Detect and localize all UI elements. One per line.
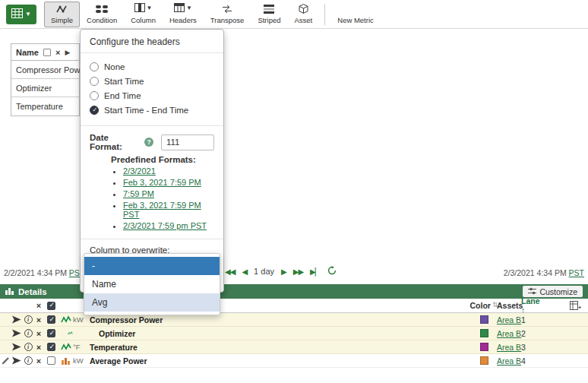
histogram-icon bbox=[58, 356, 73, 365]
step-back-icon[interactable]: ◀ bbox=[242, 267, 247, 276]
info-icon[interactable]: i bbox=[23, 329, 33, 337]
date-format-input[interactable] bbox=[161, 135, 214, 150]
step-back-full-icon[interactable]: ◀◀ bbox=[225, 267, 235, 276]
color-swatch[interactable] bbox=[471, 315, 497, 324]
color-swatch[interactable] bbox=[471, 329, 497, 337]
toolbar-button-condition[interactable]: Condition bbox=[80, 2, 124, 27]
select-all-checkbox[interactable] bbox=[44, 302, 58, 310]
radio-label: End Time bbox=[104, 91, 141, 100]
table-view-button[interactable]: ▼ bbox=[6, 5, 36, 24]
radio-icon[interactable] bbox=[90, 91, 99, 100]
asset-link[interactable]: Area B bbox=[497, 356, 521, 366]
color-column-header[interactable]: Color⇅ bbox=[471, 301, 497, 310]
radio-option-end-time[interactable]: End Time bbox=[90, 91, 214, 100]
info-icon[interactable]: i bbox=[23, 356, 33, 365]
row-checkbox[interactable] bbox=[44, 343, 58, 351]
option-avg[interactable]: Avg bbox=[84, 293, 220, 312]
step-to-end-icon[interactable]: ▶▏ bbox=[310, 267, 320, 276]
toolbar-button-transpose[interactable]: Transpose bbox=[204, 2, 251, 27]
color-swatch[interactable] bbox=[471, 343, 497, 351]
radio-icon[interactable] bbox=[90, 77, 99, 86]
timezone-link[interactable]: PST bbox=[569, 268, 584, 277]
navigate-icon[interactable] bbox=[11, 315, 23, 324]
toolbar-button-simple[interactable]: Simple bbox=[44, 2, 80, 27]
option-name[interactable]: Name bbox=[84, 275, 220, 293]
asset-link[interactable]: Area B bbox=[497, 343, 521, 352]
remove-column-icon[interactable]: × bbox=[55, 48, 60, 57]
condition-icon bbox=[96, 5, 108, 14]
toolbar-button-striped[interactable]: Striped bbox=[251, 2, 287, 27]
navigate-icon[interactable] bbox=[11, 329, 23, 337]
row-checkbox[interactable] bbox=[44, 315, 58, 324]
asset-link[interactable]: Area B bbox=[497, 315, 521, 324]
toolbar-button-column[interactable]: ▼ Column bbox=[124, 2, 163, 27]
row-checkbox[interactable] bbox=[44, 329, 58, 337]
refresh-icon[interactable] bbox=[327, 266, 337, 277]
list-item: 2/3/2021 bbox=[123, 166, 214, 176]
step-forward-icon[interactable]: ▶ bbox=[281, 267, 286, 276]
radio-option-start-end-time[interactable]: Start Time - End Time bbox=[90, 106, 214, 115]
lane-value: 2 bbox=[521, 329, 545, 338]
header-type-options: None Start Time End Time Start Time - En… bbox=[81, 52, 223, 125]
toolbar-button-headers[interactable]: ▼ Headers bbox=[163, 2, 204, 27]
toolbar-button-new-metric[interactable]: New Metric bbox=[330, 2, 381, 27]
row-checkbox[interactable] bbox=[44, 356, 58, 365]
move-column-icon[interactable]: ▶ bbox=[65, 49, 70, 56]
format-link[interactable]: 2/3/2021 bbox=[123, 166, 156, 176]
customize-button[interactable]: Customize bbox=[523, 286, 583, 297]
table-row[interactable]: i × Optimizer Area B 2 bbox=[0, 327, 588, 340]
remove-icon[interactable]: × bbox=[33, 329, 44, 338]
popover-title: Configure the headers bbox=[81, 30, 223, 52]
duration-label[interactable]: 1 day bbox=[254, 267, 274, 276]
radio-option-start-time[interactable]: Start Time bbox=[90, 77, 214, 86]
lane-column-header[interactable]: Lane ↑ bbox=[521, 296, 545, 315]
chevron-down-icon: ▼ bbox=[25, 11, 31, 17]
radio-option-none[interactable]: None bbox=[90, 62, 214, 71]
format-link[interactable]: 7:59 PM bbox=[123, 189, 154, 198]
toolbar-button-asset[interactable]: Asset bbox=[288, 2, 320, 27]
color-swatch[interactable] bbox=[471, 356, 497, 365]
bar-chart-icon bbox=[5, 287, 14, 296]
add-column-button[interactable] bbox=[545, 301, 588, 310]
item-name[interactable]: Optimizer bbox=[90, 329, 471, 338]
range-end-label: 2/3/2021 4:34 PM PST bbox=[504, 268, 584, 277]
format-link[interactable]: Feb 3, 2021 7:59 PM PST bbox=[123, 201, 201, 219]
toolbar-button-label: Condition bbox=[87, 16, 117, 24]
radio-selected-icon[interactable] bbox=[90, 106, 99, 115]
table-column-header[interactable]: Name × ▶ bbox=[11, 44, 79, 61]
column-checkbox[interactable] bbox=[43, 49, 51, 56]
format-link[interactable]: Feb 3, 2021 7:59 PM bbox=[123, 178, 201, 187]
navigate-icon[interactable] bbox=[11, 343, 23, 351]
info-icon[interactable]: i bbox=[23, 343, 33, 351]
table-row: Optimizer bbox=[11, 79, 79, 97]
signal-icon bbox=[56, 5, 68, 14]
remove-icon[interactable]: × bbox=[33, 343, 44, 352]
remove-icon[interactable]: × bbox=[33, 356, 44, 366]
item-name[interactable]: Average Power bbox=[90, 356, 471, 366]
assets-column-header[interactable]: Assets bbox=[497, 301, 521, 310]
unit-label: kW bbox=[73, 356, 90, 365]
radio-label: None bbox=[104, 62, 125, 71]
signal-icon bbox=[58, 329, 73, 337]
radio-icon[interactable] bbox=[90, 62, 99, 71]
simple-table: Name × ▶ Compressor Power Optimizer Temp… bbox=[11, 43, 80, 116]
format-link[interactable]: 2/3/2021 7:59 pm PST bbox=[123, 221, 207, 230]
remove-all-icon[interactable]: × bbox=[33, 301, 44, 310]
option-dash[interactable]: - bbox=[84, 257, 220, 275]
table-row[interactable]: i × kW Average Power Area B 4 bbox=[0, 354, 588, 368]
cell-value: Optimizer bbox=[16, 84, 52, 93]
navigate-icon[interactable] bbox=[11, 356, 23, 365]
table-row: Temperature bbox=[11, 97, 79, 116]
radio-label: Start Time bbox=[104, 77, 144, 86]
item-name[interactable]: Temperature bbox=[90, 343, 471, 352]
step-forward-full-icon[interactable]: ▶▶ bbox=[293, 267, 303, 276]
asset-link[interactable]: Area B bbox=[497, 329, 521, 338]
table-row[interactable]: i × °F Temperature Area B 3 bbox=[0, 340, 588, 354]
edit-icon[interactable] bbox=[0, 356, 11, 365]
info-icon[interactable]: i bbox=[23, 315, 33, 324]
table-row: Compressor Power bbox=[11, 61, 79, 79]
transpose-icon bbox=[222, 5, 232, 14]
remove-icon[interactable]: × bbox=[33, 315, 44, 324]
help-icon[interactable]: ? bbox=[144, 138, 153, 147]
item-name[interactable]: Compressor Power bbox=[90, 315, 471, 324]
